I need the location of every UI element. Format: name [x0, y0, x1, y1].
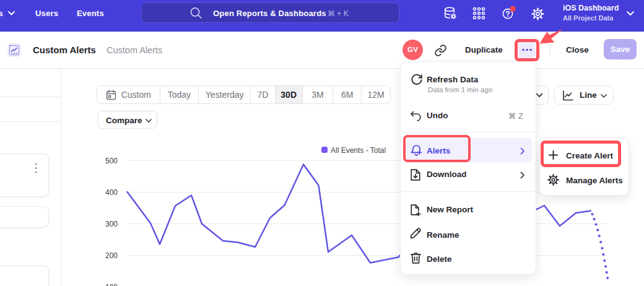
svg-text:?: ?	[505, 10, 510, 19]
